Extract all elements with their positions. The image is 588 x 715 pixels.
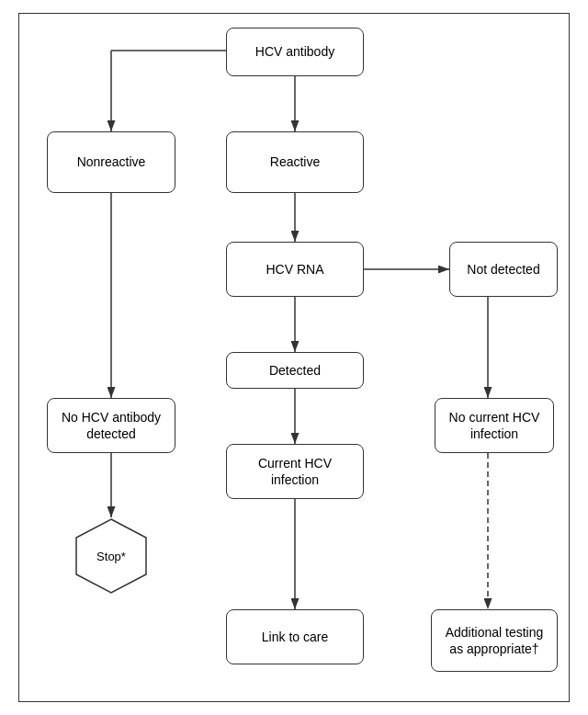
- link-to-care-box: Link to care: [226, 609, 364, 664]
- not-detected-box: Not detected: [449, 242, 558, 297]
- hcv-antibody-box: HCV antibody: [226, 28, 364, 76]
- stop-hexagon: Stop*: [73, 517, 150, 595]
- no-current-hcv-box: No current HCV infection: [435, 398, 554, 453]
- flowchart-diagram: HCV antibody Nonreactive Reactive HCV RN…: [18, 13, 570, 702]
- nonreactive-box: Nonreactive: [47, 131, 175, 193]
- reactive-box: Reactive: [226, 131, 364, 193]
- detected-box: Detected: [226, 352, 364, 389]
- current-hcv-box: Current HCV infection: [226, 444, 364, 499]
- additional-testing-box: Additional testing as appropriate†: [431, 609, 558, 672]
- no-hcv-antibody-box: No HCV antibody detected: [47, 398, 175, 453]
- hcv-rna-box: HCV RNA: [226, 242, 364, 297]
